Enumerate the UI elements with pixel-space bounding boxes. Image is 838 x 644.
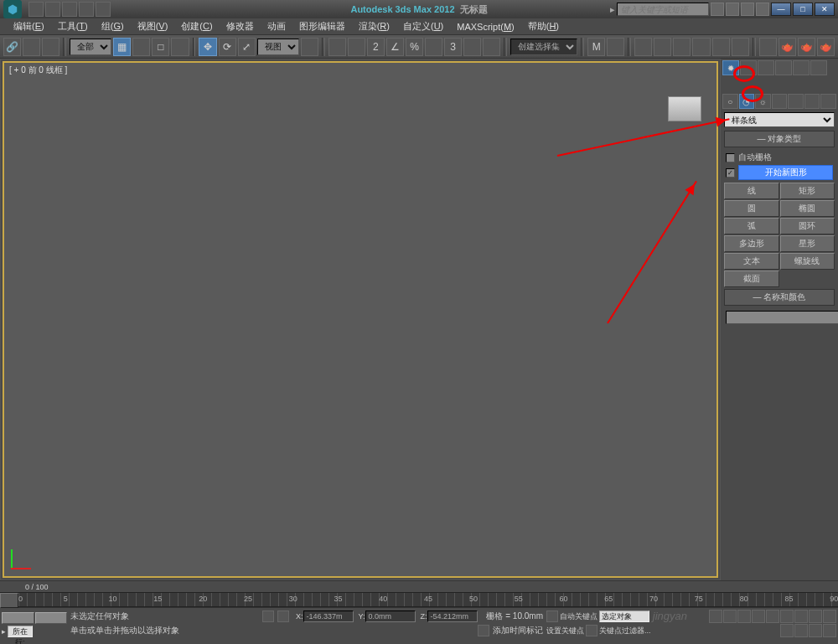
menu-modifiers[interactable]: 修改器 [220,18,261,34]
key-icon[interactable] [546,611,558,622]
select-icon[interactable]: ▦ [113,38,131,56]
obj-rectangle-button[interactable]: 矩形 [780,183,835,199]
render-setup-icon[interactable] [712,38,730,56]
object-name-input[interactable] [726,311,838,324]
snap-e-icon[interactable] [483,38,500,56]
pan-icon[interactable] [780,610,794,623]
select-scale-icon[interactable]: ⤢ [238,38,256,56]
zoom-region-icon[interactable] [809,624,822,637]
obj-section-button[interactable]: 截面 [724,270,779,287]
systems-subtab-icon[interactable] [820,94,836,109]
utilities-tab-icon[interactable] [810,60,827,75]
curve-editor-icon[interactable] [654,38,671,56]
select-rotate-icon[interactable]: ⟳ [219,38,236,56]
select-region-icon[interactable]: □ [152,38,169,56]
menu-rendering[interactable]: 渲染(R) [352,18,396,34]
x-coord-input[interactable] [303,611,354,622]
startshape-checkbox[interactable]: ✓ [726,168,735,178]
menu-animation[interactable]: 动画 [261,18,292,34]
motion-tab-icon[interactable] [775,60,792,75]
layers-icon[interactable] [634,38,652,56]
menu-maxscript[interactable]: MAXScript(M) [450,20,520,33]
snap-percent-icon[interactable]: % [406,38,423,56]
cameras-subtab-icon[interactable] [772,94,788,109]
display-tab-icon[interactable] [793,60,810,75]
qat-open-icon[interactable] [45,2,60,17]
selected-object-input[interactable] [599,611,649,622]
snap-2d-icon[interactable]: 2 [367,38,385,56]
render-production-icon[interactable] [759,38,777,56]
snap-3d-icon[interactable]: 3 [444,38,462,56]
time-ruler[interactable]: 0 5 10 15 20 25 30 35 40 45 50 55 60 65 … [18,593,838,606]
menu-tools[interactable]: 工具(T) [51,18,95,34]
lock-icon[interactable] [262,611,274,622]
obj-ellipse-button[interactable]: 椭圆 [780,200,835,217]
goto-end-icon[interactable] [766,610,779,623]
minimize-button[interactable]: — [771,3,791,16]
viewport-label[interactable]: [ + 0 前 0 线框 ] [9,64,67,76]
qat-save-icon[interactable] [62,2,77,17]
obj-arc-button[interactable]: 弧 [724,218,779,234]
autokey-label[interactable]: 自动关键点 [560,611,597,622]
bind-icon[interactable] [42,38,59,56]
time-tag-icon[interactable] [478,625,489,636]
obj-helix-button[interactable]: 螺旋线 [780,253,835,270]
favorites-icon[interactable] [741,3,754,16]
rollout-name-color[interactable]: — 名称和颜色 [724,289,835,306]
setkey-icon[interactable] [586,625,597,636]
autogrid-checkbox[interactable] [726,153,735,162]
app-menu-button[interactable]: ⬢ [3,0,22,18]
help-search-input[interactable] [617,3,709,16]
ref-coord-dropdown[interactable]: 视图 [257,39,299,55]
viewport-front[interactable]: [ + 0 前 0 线框 ] [3,61,718,578]
pivot-icon[interactable] [301,38,318,56]
menu-edit[interactable]: 编辑(E) [7,18,51,34]
hierarchy-tab-icon[interactable] [758,60,774,75]
help-icon[interactable] [756,3,769,16]
start-new-shape-button[interactable]: 开始新图形 [738,165,833,180]
schematic-icon[interactable] [673,38,691,56]
window-crossing-icon[interactable] [171,38,189,56]
maximize-button[interactable]: □ [793,3,813,16]
rollout-object-type[interactable]: — 对象类型 [724,131,835,147]
unlink-icon[interactable] [23,38,40,56]
geometry-subtab-icon[interactable]: ○ [722,94,738,109]
add-time-marker-label[interactable]: 添加时间标记 [493,625,543,636]
fov-icon[interactable] [823,610,836,623]
qat-redo-icon[interactable] [96,2,111,17]
crosshair-icon[interactable] [277,611,289,622]
zoom-all-icon[interactable] [809,610,822,623]
obj-circle-button[interactable]: 圆 [724,200,779,217]
snap-angle-icon[interactable]: ∠ [386,38,404,56]
render-frame-icon[interactable] [732,38,749,56]
select-by-name-icon[interactable] [132,38,150,56]
menu-views[interactable]: 视图(V) [131,18,175,34]
selection-filter-dropdown[interactable]: 全部 [70,39,111,55]
anim-mode1-button[interactable] [2,612,34,624]
menu-group[interactable]: 组(G) [95,18,131,34]
obj-line-button[interactable]: 线 [724,183,779,199]
teapot2-icon[interactable]: 🫖 [798,38,815,56]
snap-spinner-icon[interactable] [425,38,442,56]
obj-star-button[interactable]: 星形 [780,235,835,252]
qat-undo-icon[interactable] [79,2,94,17]
setkey-label[interactable]: 设置关键点 [546,626,584,636]
time-slider[interactable]: 0 5 10 15 20 25 30 35 40 45 50 55 60 65 … [0,592,838,607]
menu-help[interactable]: 帮助(H) [521,18,566,34]
anim-mode2-button[interactable] [35,612,68,624]
mirror-icon[interactable]: M [587,38,605,56]
link-icon[interactable]: 🔗 [3,38,21,56]
material-editor-icon[interactable] [692,38,710,56]
search-icon[interactable] [726,3,739,16]
keyboard-shortcut-icon[interactable] [348,38,365,56]
named-selection-dropdown[interactable]: 创建选择集 [510,39,577,55]
keyfilter-button[interactable]: 关键点过滤器... [599,626,651,636]
select-move-icon[interactable]: ✥ [199,38,216,56]
align-icon[interactable] [607,38,624,56]
teapot1-icon[interactable]: 🫖 [779,38,796,56]
teapot3-icon[interactable]: 🫖 [817,38,835,56]
zoom-ext-icon[interactable] [794,624,808,637]
menu-customize[interactable]: 自定义(U) [396,18,450,34]
max-toggle-icon[interactable] [823,624,836,637]
infocenter-icon[interactable] [711,3,724,16]
